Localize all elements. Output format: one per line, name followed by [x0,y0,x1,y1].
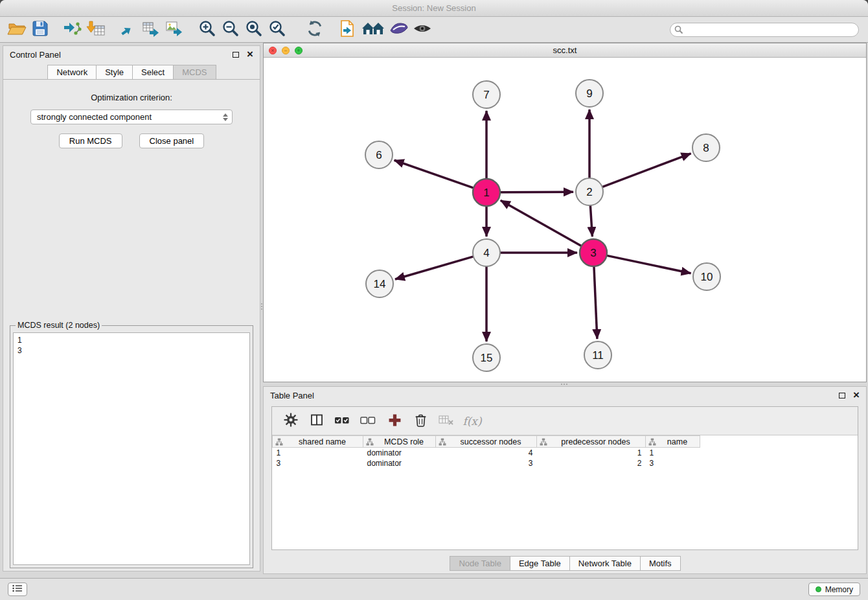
graph-node-label-6: 6 [376,149,382,161]
tab-edge-table[interactable]: Edge Table [510,556,570,571]
graph-node-label-4: 4 [483,247,489,259]
close-table-panel-icon[interactable]: × [853,391,860,400]
zoom-selected-icon [268,19,286,40]
table-cell[interactable]: 3 [436,458,537,468]
export-table-icon [142,20,161,40]
refresh-icon [306,20,324,39]
export-network-button[interactable] [117,19,140,40]
float-table-panel-icon[interactable] [839,393,845,398]
eye-button[interactable] [411,19,434,40]
export-image-button[interactable] [163,19,187,40]
tab-style[interactable]: Style [96,65,133,79]
export-image-icon [165,20,185,40]
control-panel-title: Control Panel [10,50,61,60]
graph-edge-3-1[interactable] [501,200,582,246]
search-input[interactable] [670,23,859,37]
window-titlebar[interactable]: Session: New Session [0,0,868,17]
delete-table-icon [439,414,454,428]
zoom-selected-button[interactable] [266,19,289,40]
tab-node-table[interactable]: Node Table [450,556,510,571]
graph-edge-2-3[interactable] [590,205,592,237]
toolbar-search [670,23,859,37]
table-cell[interactable]: 2 [537,458,646,468]
table-cell[interactable]: dominator [363,458,436,468]
network-window-titlebar[interactable]: × − + scc.txt [264,43,866,58]
column-header-name[interactable]: name [646,436,700,448]
import-network-button[interactable] [61,19,84,40]
table-cell[interactable]: dominator [363,448,436,458]
tab-network[interactable]: Network [47,65,97,79]
memory-button[interactable]: Memory [808,583,860,596]
network-view-window: × − + scc.txt 7968124314101511 [263,43,867,382]
home-overlap-button[interactable] [359,19,387,40]
import-network-icon [63,20,82,40]
table-row[interactable]: 3 dominator 3 2 3 [273,458,700,468]
status-bar: Memory [0,578,868,600]
refresh-view-button[interactable] [303,19,326,40]
table-cell[interactable]: 4 [436,448,537,458]
network-canvas[interactable]: 7968124314101511 [264,58,866,382]
mcds-result-list[interactable]: 1 3 [13,332,250,565]
export-table-button[interactable] [140,19,163,40]
table-cell[interactable]: 1 [646,448,700,458]
save-session-button[interactable] [29,19,52,40]
split-columns-icon [310,413,324,428]
duplicate-network-icon [339,19,356,40]
task-history-button[interactable] [8,583,27,596]
close-panel-button[interactable]: Close panel [139,133,205,148]
deselect-all-button[interactable] [359,411,378,431]
optimization-criterion-select[interactable]: strongly connected component [30,110,233,124]
memory-label: Memory [825,585,853,594]
maximize-window-icon[interactable]: + [295,47,303,54]
select-stepper-icon [223,113,228,121]
table-cell[interactable]: 3 [273,458,363,468]
import-table-button[interactable] [84,19,108,40]
graph-edge-2-8[interactable] [602,154,691,187]
tab-mcds[interactable]: MCDS [173,65,216,79]
close-panel-icon[interactable]: × [247,50,253,59]
graph-edge-1-2[interactable] [500,192,573,192]
column-header-successor-nodes[interactable]: successor nodes [436,436,537,448]
function-builder-button[interactable]: f(x) [463,411,482,431]
zoom-in-button[interactable] [196,19,219,40]
gear-icon [284,413,298,429]
tab-network-table[interactable]: Network Table [569,556,641,571]
minimize-window-icon[interactable]: − [282,47,290,54]
graph-node-label-9: 9 [586,87,592,100]
delete-table-button[interactable] [437,411,456,431]
column-type-icon [366,438,374,448]
float-panel-icon[interactable] [233,52,239,58]
tab-motifs[interactable]: Motifs [640,556,681,571]
column-header-shared-name[interactable]: shared name [273,436,363,448]
table-row[interactable]: 1 dominator 4 1 1 [273,448,700,458]
vertical-splitter-handle[interactable] [260,298,263,315]
zoom-out-button[interactable] [219,19,242,40]
select-value: strongly connected component [37,112,152,122]
style-palette-button[interactable] [387,19,411,40]
column-header-mcds-role[interactable]: MCDS role [363,436,436,448]
zoom-in-icon [198,19,216,40]
add-column-button[interactable] [385,411,404,431]
graph-edge-3-11[interactable] [594,266,597,339]
run-mcds-button[interactable]: Run MCDS [59,133,122,148]
control-panel-header: Control Panel × [3,46,260,63]
table-cell[interactable]: 1 [273,448,363,458]
table-cell[interactable]: 3 [646,458,700,468]
optimization-criterion-label: Optimization criterion: [3,93,260,102]
graph-edge-1-6[interactable] [394,160,474,188]
tab-select[interactable]: Select [132,65,174,79]
list-icon [12,584,23,594]
delete-column-button[interactable] [411,411,430,431]
select-all-button[interactable] [333,411,352,431]
table-settings-button[interactable] [281,411,301,431]
table-cell[interactable]: 1 [537,448,646,458]
graph-edge-3-10[interactable] [607,255,691,273]
column-header-predecessor-nodes[interactable]: predecessor nodes [537,436,646,448]
open-session-button[interactable] [5,19,29,40]
split-columns-button[interactable] [307,411,326,431]
duplicate-network-button[interactable] [336,19,359,40]
export-network-icon [119,20,138,40]
graph-edge-4-14[interactable] [395,257,474,279]
zoom-fit-button[interactable] [242,19,266,40]
close-window-icon[interactable]: × [269,47,277,54]
